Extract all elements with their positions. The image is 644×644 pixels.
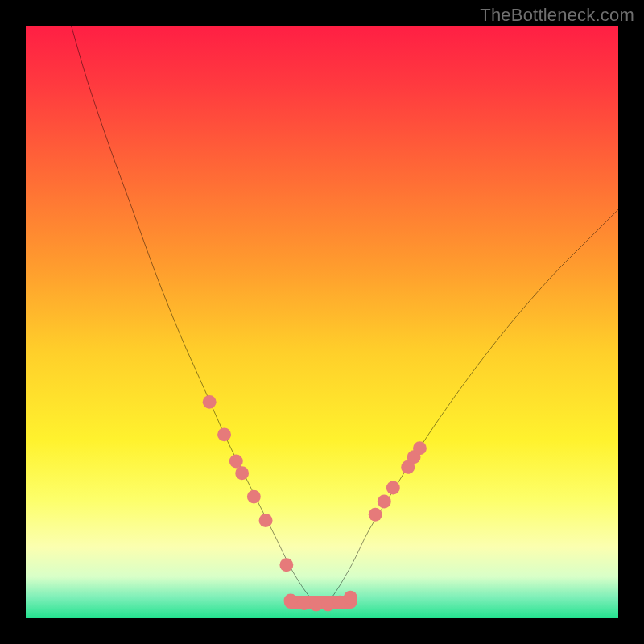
- chart-frame: TheBottleneck.com: [0, 0, 644, 644]
- plot-area: [26, 26, 618, 618]
- watermark-text: TheBottleneck.com: [480, 5, 634, 26]
- background-gradient: [26, 26, 618, 618]
- svg-rect-0: [26, 26, 618, 618]
